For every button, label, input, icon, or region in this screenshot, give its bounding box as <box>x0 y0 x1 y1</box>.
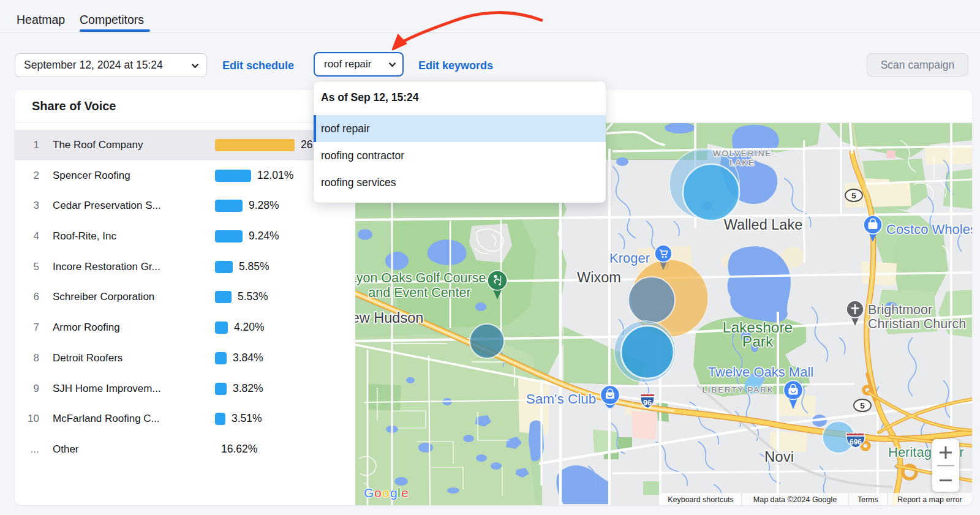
svg-text:Twelve Oaks Mall: Twelve Oaks Mall <box>708 364 813 380</box>
svg-text:g: g <box>390 486 398 500</box>
svg-text:Wixom: Wixom <box>577 269 621 285</box>
svg-text:Keyboard shortcuts: Keyboard shortcuts <box>668 495 734 504</box>
svg-text:5: 5 <box>851 191 856 200</box>
svg-text:e: e <box>401 486 409 500</box>
svg-text:G: G <box>364 486 374 500</box>
svg-text:Christian Church: Christian Church <box>868 317 966 331</box>
svg-text:5: 5 <box>860 401 865 410</box>
svg-text:Park: Park <box>742 333 774 350</box>
svg-text:Brightmoor: Brightmoor <box>868 303 932 317</box>
svg-text:LAKE: LAKE <box>729 158 755 167</box>
svg-text:LIBERTY PARK: LIBERTY PARK <box>703 385 774 394</box>
svg-text:and Event Center: and Event Center <box>368 285 470 300</box>
svg-text:New Hudson: New Hudson <box>355 310 423 326</box>
svg-text:Kroger: Kroger <box>609 250 650 266</box>
svg-text:Novi: Novi <box>764 448 794 465</box>
svg-text:Walled Lake: Walled Lake <box>724 217 802 233</box>
svg-text:Costco Wholesale: Costco Wholesale <box>886 222 972 237</box>
svg-text:Terms: Terms <box>858 495 878 504</box>
svg-text:96: 96 <box>643 399 652 407</box>
svg-text:l: l <box>398 486 401 500</box>
svg-text:o: o <box>374 486 382 500</box>
svg-text:Lyon Oaks Golf Course: Lyon Oaks Golf Course <box>355 271 486 285</box>
svg-text:Report a map error: Report a map error <box>897 495 962 504</box>
svg-text:WOLVERINE: WOLVERINE <box>713 149 772 158</box>
svg-text:Sam's Club: Sam's Club <box>526 391 596 407</box>
svg-text:o: o <box>382 486 390 500</box>
svg-text:696: 696 <box>850 438 862 446</box>
svg-text:Map data ©2024 Google: Map data ©2024 Google <box>753 495 837 504</box>
